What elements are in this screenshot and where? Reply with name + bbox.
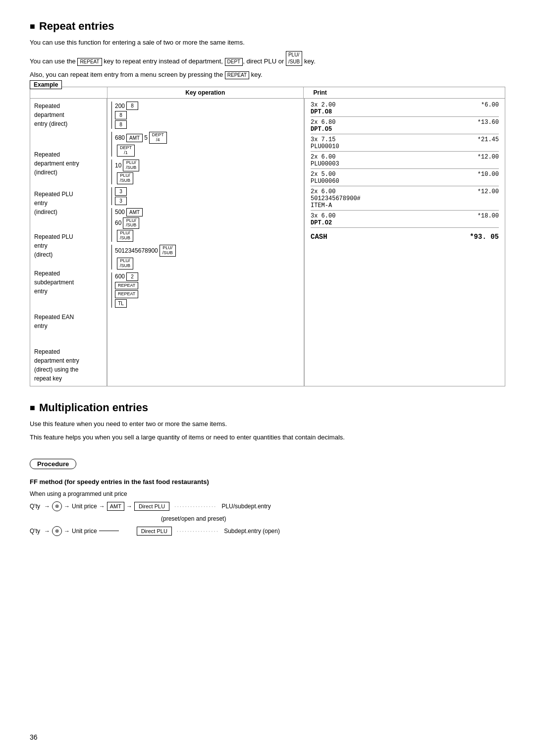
ff-method-title: FF method (for speedy entries in the fas… [30, 478, 505, 486]
print-3: 3x 7.15*21.45 PLU00010 [311, 136, 499, 152]
direct-plu-box-1: Direct PLU [134, 502, 169, 511]
key-plusub1: PLU//SUB [123, 160, 139, 171]
section1-title: Repeat entries [30, 20, 505, 33]
section1-intro1: You can use this function for entering a… [30, 38, 505, 48]
note-2: Subdept.entry (open) [224, 528, 280, 535]
print-column: 3x 2.00*6.00 DPT.O8 2x 6.80*13.60 DPT.O5… [304, 99, 505, 386]
key-plusub4: PLU//SUB [117, 230, 133, 242]
dept-key-ref: DEPT [225, 58, 243, 66]
key-8c: 8 [115, 120, 127, 129]
section2-intro2: This feature helps you when you sell a l… [30, 432, 505, 443]
arrow2-1: → [64, 503, 70, 510]
key-2: 2 [126, 272, 138, 281]
label-row-7: Repeateddepartment entry(direct) using t… [34, 347, 103, 383]
arrow1-1: → [44, 503, 50, 510]
key-3a: 3 [115, 187, 127, 196]
direct-plu-box-2: Direct PLU [137, 527, 172, 536]
section1-intro3: Also, you can repeat item entry from a m… [30, 70, 505, 80]
keyop-1: 200 8 8 8 [111, 102, 300, 129]
note-1: PLU/subdept.entry [221, 503, 270, 510]
dots-1: ················ [174, 503, 216, 510]
key-operation-header: Key operation [107, 87, 303, 98]
label-row-3: Repeated PLUentry(indirect) [34, 190, 103, 216]
key-operations-column: 200 8 8 8 680 [107, 99, 304, 386]
label-row-5: Repeatedsubdepartmententry [34, 269, 103, 296]
example-label: Example [30, 80, 62, 89]
example-body: Repeateddepartmententry (direct) Repeate… [30, 99, 505, 386]
when-label: When using a programmed unit price [30, 490, 505, 497]
keyop-7: 600 2 REPEAT REPEAT TL [111, 272, 300, 308]
cash-label: CASH [311, 233, 327, 241]
note-1b: (preset/open and preset) [161, 515, 505, 522]
line-2 [99, 531, 119, 531]
keyop-5: 500 AMT 60 PLU//SUB PLU//SUB [111, 208, 300, 242]
dots-2: ················ [177, 528, 219, 535]
circle-2: ⊗ [52, 526, 62, 536]
ff-diagram-row2: Q'ty → ⊗ → Unit price Direct PLU ·······… [30, 526, 505, 536]
key-amt1: AMT [126, 134, 143, 142]
key-dept4: DEPT/4 [149, 132, 167, 144]
ff-diagram-row1: Q'ty → ⊗ → Unit price → AMT → Direct PLU… [30, 501, 505, 511]
plusub-key-ref: PLU//SUB [286, 51, 302, 66]
arrow2-2: → [64, 528, 70, 535]
key-plusub6: PLU//SUB [117, 258, 133, 270]
print-cash: CASH *93. 05 [311, 233, 499, 241]
print-1: 3x 2.00*6.00 DPT.O8 [311, 102, 499, 117]
key-plusub5: PLU//SUB [160, 245, 176, 257]
key-tl: TL [115, 299, 127, 308]
ff-method-section: FF method (for speedy entries in the fas… [30, 478, 505, 536]
circle-1: ⊗ [52, 501, 62, 511]
key-dept1: DEPT/1 [117, 145, 135, 157]
section2-title: Multiplication entries [30, 401, 505, 414]
print-2: 2x 6.80*13.60 DPT.O5 [311, 119, 499, 134]
print-7: 3x 6.00*18.00 DPT.O2 [311, 213, 499, 228]
section-multiplication: Multiplication entries Use this feature … [30, 401, 505, 536]
key-amt2: AMT [126, 208, 143, 216]
key-3b: 3 [115, 197, 127, 205]
unit-price-1: Unit price [72, 503, 97, 510]
arrow4-1: → [126, 503, 132, 510]
label-row-2: Repeateddepartment entry(indirect) [34, 150, 103, 177]
arrow1-2: → [44, 528, 50, 535]
print-4: 2x 6.00*12.00 PLU00003 [311, 154, 499, 169]
repeat-key-ref2: REPEAT [225, 71, 249, 79]
keyop-2: 680 AMT 5 DEPT/4 DEPT/1 [111, 132, 300, 157]
procedure-label: Procedure [30, 459, 76, 469]
key-repeat2: REPEAT [115, 290, 138, 298]
label-row-6: Repeated EANentry [34, 313, 103, 330]
labels-column: Repeateddepartmententry (direct) Repeate… [30, 99, 107, 386]
print-header: Print [303, 87, 505, 98]
keyop-6: 5012345678900 PLU//SUB PLU//SUB [111, 245, 300, 270]
unit-price-2: Unit price [72, 528, 97, 535]
key-8b: 8 [115, 111, 127, 119]
key-repeat1: REPEAT [115, 282, 138, 290]
label-row-1: Repeateddepartmententry (direct) [34, 102, 103, 128]
example-section: Example Key operation Print Repeateddepa… [30, 87, 505, 386]
procedure-area: Procedure [30, 451, 505, 474]
section1-intro2: You can use the REPEAT key to repeat ent… [30, 51, 505, 67]
qty-label-2: Q'ty [30, 528, 40, 535]
print-6: 2x 6.00*12.00 5012345678900# ITEM-A [311, 188, 499, 211]
repeat-key-ref: REPEAT [77, 58, 102, 66]
key-plusub2: PLU//SUB [117, 172, 133, 184]
section2-intro1: Use this feature when you need to enter … [30, 419, 505, 430]
key-8: 8 [126, 102, 138, 110]
page-number: 36 [30, 733, 38, 741]
qty-label-1: Q'ty [30, 503, 40, 510]
arrow3-1: → [99, 503, 105, 510]
keyop-4: 3 3 [111, 187, 300, 205]
cash-value: *93. 05 [470, 233, 499, 241]
label-row-4: Repeated PLUentry(direct) [34, 232, 103, 259]
key-plusub3: PLU//SUB [123, 217, 139, 229]
print-5: 2x 5.00*10.00 PLU00060 [311, 171, 499, 186]
section-repeat-entries: Repeat entries You can use this function… [30, 20, 505, 386]
keyop-3: 10 PLU//SUB PLU//SUB [111, 160, 300, 184]
amt-key-1: AMT [107, 502, 124, 511]
